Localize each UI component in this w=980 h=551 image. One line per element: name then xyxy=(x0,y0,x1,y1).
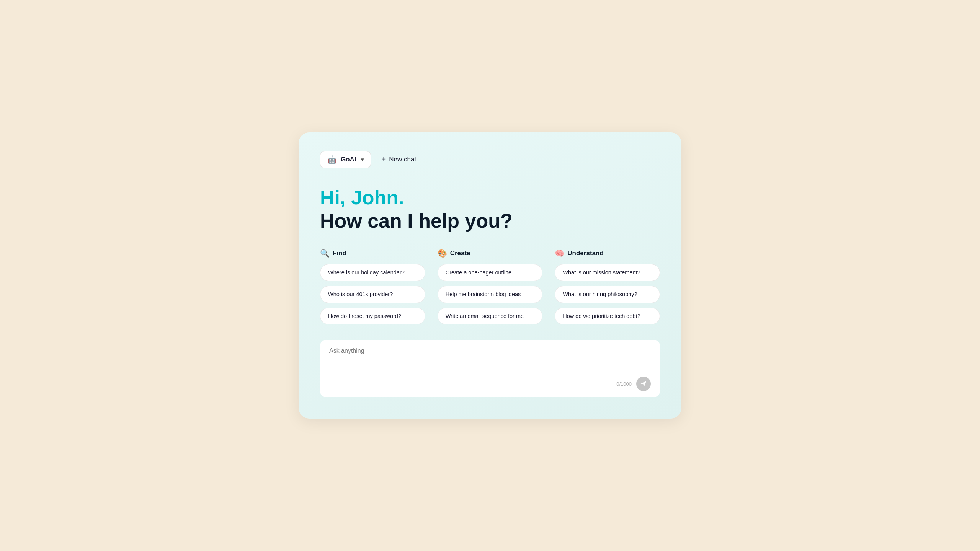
chip-understand-2[interactable]: How do we prioritize tech debt? xyxy=(555,308,660,325)
top-bar: 🤖 GoAI ▾ + New chat xyxy=(320,151,660,168)
input-area: 0/1000 xyxy=(320,340,660,397)
chat-input[interactable] xyxy=(329,347,651,370)
char-count: 0/1000 xyxy=(616,381,632,387)
column-header-find: 🔍Find xyxy=(320,249,425,258)
column-label-find: Find xyxy=(333,249,346,257)
greeting-hi: Hi, John. xyxy=(320,187,660,209)
column-header-create: 🎨Create xyxy=(438,249,543,258)
chip-understand-1[interactable]: What is our hiring philosophy? xyxy=(555,286,660,303)
send-icon xyxy=(640,380,647,387)
suggestion-columns: 🔍FindWhere is our holiday calendar?Who i… xyxy=(320,249,660,325)
column-emoji-understand: 🧠 xyxy=(555,249,564,258)
input-footer: 0/1000 xyxy=(329,377,651,391)
chip-create-1[interactable]: Help me brainstorm blog ideas xyxy=(438,286,543,303)
greeting-section: Hi, John. How can I help you? xyxy=(320,187,660,232)
goai-label: GoAI xyxy=(341,156,356,163)
greeting-help: How can I help you? xyxy=(320,210,660,232)
suggestion-column-understand: 🧠UnderstandWhat is our mission statement… xyxy=(555,249,660,325)
send-button[interactable] xyxy=(636,377,651,391)
chip-find-1[interactable]: Who is our 401k provider? xyxy=(320,286,425,303)
chip-find-2[interactable]: How do I reset my password? xyxy=(320,308,425,325)
new-chat-label: New chat xyxy=(389,156,416,163)
column-emoji-create: 🎨 xyxy=(438,249,447,258)
column-emoji-find: 🔍 xyxy=(320,249,330,258)
chevron-down-icon: ▾ xyxy=(361,156,364,163)
chip-understand-0[interactable]: What is our mission statement? xyxy=(555,264,660,281)
main-card: 🤖 GoAI ▾ + New chat Hi, John. How can I … xyxy=(299,132,681,419)
chip-create-2[interactable]: Write an email sequence for me xyxy=(438,308,543,325)
plus-icon: + xyxy=(382,155,386,164)
column-header-understand: 🧠Understand xyxy=(555,249,660,258)
goai-dropdown-button[interactable]: 🤖 GoAI ▾ xyxy=(320,151,371,168)
robot-icon: 🤖 xyxy=(327,155,337,164)
chip-create-0[interactable]: Create a one-pager outline xyxy=(438,264,543,281)
suggestion-column-find: 🔍FindWhere is our holiday calendar?Who i… xyxy=(320,249,425,325)
suggestion-column-create: 🎨CreateCreate a one-pager outlineHelp me… xyxy=(438,249,543,325)
column-label-understand: Understand xyxy=(567,249,603,257)
chip-find-0[interactable]: Where is our holiday calendar? xyxy=(320,264,425,281)
column-label-create: Create xyxy=(450,249,470,257)
new-chat-button[interactable]: + New chat xyxy=(380,151,418,168)
